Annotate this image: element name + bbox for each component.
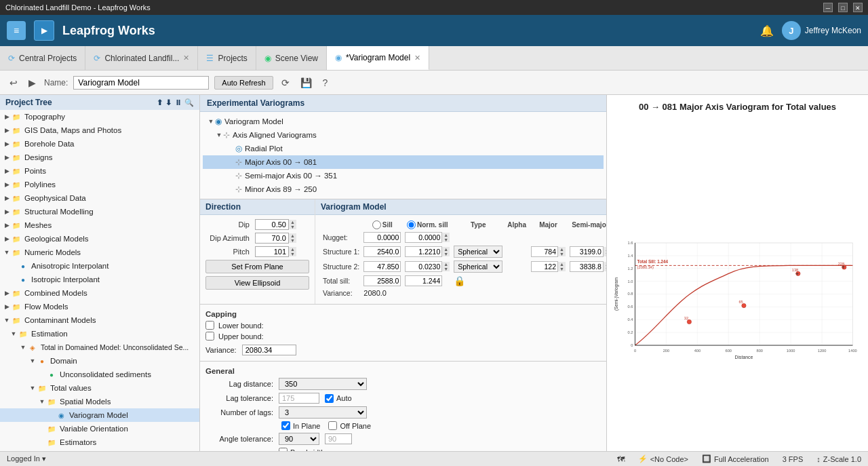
sidebar-expand-btn[interactable]: ⬆ [157,98,163,107]
dip-up[interactable]: ▲ [289,220,296,225]
s2-semi-major-input[interactable] [570,261,604,272]
s1-semi-major-input[interactable] [570,246,604,257]
dip-input[interactable] [255,219,289,230]
sidebar-item-structural[interactable]: ▶ 📁 Structural Modelling [0,205,199,218]
tab-chlorinated[interactable]: ⟳ Chlorinated Landfil... ✕ [85,46,198,70]
s1-ns-up[interactable]: ▲ [442,247,450,252]
s2-sill-input[interactable] [363,261,401,272]
tab-scene-view[interactable]: ◉ Scene View [256,46,327,70]
s1-maj-up[interactable]: ▲ [558,247,566,252]
sidebar-item-meshes[interactable]: ▶ 📁 Meshes [0,218,199,232]
notification-button[interactable]: 🔔 [760,24,774,37]
total-sill-norm-input[interactable] [405,275,442,286]
sidebar-item-estimators[interactable]: 📁 Estimators [0,435,199,449]
sidebar-search-btn[interactable]: 🔍 [184,98,194,107]
vt-minor-axis[interactable]: ⊹ Minor Axis 89 → 250 [203,182,604,196]
pitch-up[interactable]: ▲ [289,247,296,252]
s2-maj-down[interactable]: ▼ [558,267,566,271]
maximize-button[interactable]: □ [838,3,848,12]
sidebar-item-total-in-domain[interactable]: ▼ ◈ Total in Domained Model: Unconsolida… [0,341,199,354]
s1-major-input[interactable] [531,246,558,257]
sidebar-item-contaminant[interactable]: ▼ 📁 Contaminant Models [0,313,199,327]
tab-projects[interactable]: ☰ Projects [198,46,256,70]
sidebar-item-unconsolidated[interactable]: ● Unconsolidated sediments [0,368,199,381]
dip-down[interactable]: ▼ [289,225,296,229]
sidebar-item-topography[interactable]: ▶ 📁 Topography [0,110,199,123]
s2-maj-up[interactable]: ▲ [558,262,566,267]
auto-checkbox[interactable] [325,394,334,403]
sidebar-item-geological[interactable]: ▶ 📁 Geological Models [0,232,199,246]
tab-chlorinated-close[interactable]: ✕ [183,54,189,62]
sidebar-item-isotropic[interactable]: ● Isotropic Interpolant [0,273,199,286]
sidebar-item-gis-data[interactable]: ▶ 📁 GIS Data, Maps and Photos [0,123,199,137]
sill-radio-label[interactable]: Sill [372,220,393,229]
tab-variogram-model[interactable]: ◉ *Variogram Model ✕ [327,46,429,70]
sidebar-item-polylines[interactable]: ▶ 📁 Polylines [0,178,199,191]
lag-distance-select[interactable]: 350 [279,378,367,390]
sidebar-item-variable-orientation[interactable]: 📁 Variable Orientation [0,422,199,435]
s2-major-input[interactable] [531,261,558,272]
sidebar-item-total-values[interactable]: ▼ 📁 Total values [0,381,199,395]
back-button[interactable]: ↩ [7,76,20,90]
forward-button[interactable]: ▶ [26,76,39,90]
angle-tolerance-select[interactable]: 90 [279,433,319,445]
auto-refresh-button[interactable]: Auto Refresh [214,76,273,90]
capping-variance-input[interactable] [242,345,296,355]
sidebar-item-geophysical[interactable]: ▶ 📁 Geophysical Data [0,191,199,205]
refresh-icon[interactable]: ⟳ [279,76,292,90]
pitch-input[interactable] [255,246,289,257]
sill-radio[interactable] [372,220,381,229]
s1-norm-sill-input[interactable] [405,246,442,257]
angle-tolerance-input2[interactable] [325,433,352,444]
s2-sm-down[interactable]: ▼ [604,267,606,271]
tab-variogram-model-close[interactable]: ✕ [414,54,420,62]
save-icon[interactable]: 💾 [298,76,315,90]
s2-ns-down[interactable]: ▼ [442,267,450,271]
vt-axis-aligned[interactable]: ▼ ⊹ Axis Aligned Variograms [203,128,604,142]
sidebar-item-spatial-models[interactable]: ▼ 📁 Spatial Models [0,395,199,408]
nug-ns-down[interactable]: ▼ [442,237,450,242]
sidebar-collapse-btn[interactable]: ⬇ [165,98,172,107]
sidebar-pause-btn[interactable]: ⏸ [174,98,182,107]
lag-tolerance-input[interactable] [279,393,319,404]
norm-sill-radio[interactable] [407,220,416,229]
s1-ns-down[interactable]: ▼ [442,252,450,256]
dip-az-up[interactable]: ▲ [289,233,296,238]
s2-sm-up[interactable]: ▲ [604,262,606,267]
pitch-down[interactable]: ▼ [289,252,296,256]
sidebar-item-domain[interactable]: ▼ ● Domain [0,354,199,368]
s2-norm-sill-input[interactable] [405,261,442,272]
s1-type-select[interactable]: Spherical Exponential Gaussian [454,246,502,258]
logged-in-status[interactable]: Logged In ▾ [7,454,46,463]
sidebar-item-numeric[interactable]: ▼ 📁 Numeric Models [0,246,199,259]
tab-central-projects[interactable]: ⟳ Central Projects [0,46,85,70]
sidebar-item-flow[interactable]: ▶ 📁 Flow Models [0,300,199,313]
s1-sm-up[interactable]: ▲ [604,247,606,252]
dip-azimuth-input[interactable] [255,233,289,244]
sidebar-item-borehole[interactable]: ▶ 📁 Borehole Data [0,137,199,151]
play-button[interactable]: ▶ [34,20,54,41]
total-sill-input[interactable] [363,275,401,286]
vt-major-axis[interactable]: ⊹ Major Axis 00 → 081 [203,155,604,169]
nugget-sill-input[interactable] [363,232,401,243]
sidebar-item-designs[interactable]: ▶ 📁 Designs [0,151,199,164]
s1-sill-input[interactable] [363,246,401,257]
nug-ns-up[interactable]: ▲ [442,233,450,237]
s1-sm-down[interactable]: ▼ [604,252,606,256]
vt-variogram-model[interactable]: ▼ ◉ Variogram Model [203,115,604,128]
dip-az-down[interactable]: ▼ [289,238,296,243]
norm-sill-radio-label[interactable]: Norm. sill [407,220,448,229]
in-plane-checkbox[interactable] [281,421,290,430]
view-ellipsoid-button[interactable]: View Ellipsoid [205,276,309,290]
minimize-button[interactable]: ─ [823,3,833,12]
close-button[interactable]: ✕ [853,3,863,12]
sidebar-item-variogram-model[interactable]: ◉ Variogram Model [0,408,199,422]
lower-bound-checkbox[interactable] [205,321,214,330]
off-plane-checkbox[interactable] [328,421,337,430]
s1-maj-down[interactable]: ▼ [558,252,566,256]
vt-semi-major[interactable]: ⊹ Semi-major Axis 00 → 351 [203,169,604,182]
sidebar-item-combined[interactable]: ▶ 📁 Combined Models [0,286,199,300]
lock-icon[interactable]: 🔒 [454,275,465,286]
sidebar-item-estimation[interactable]: ▼ 📁 Estimation [0,327,199,341]
upper-bound-checkbox[interactable] [205,332,214,341]
